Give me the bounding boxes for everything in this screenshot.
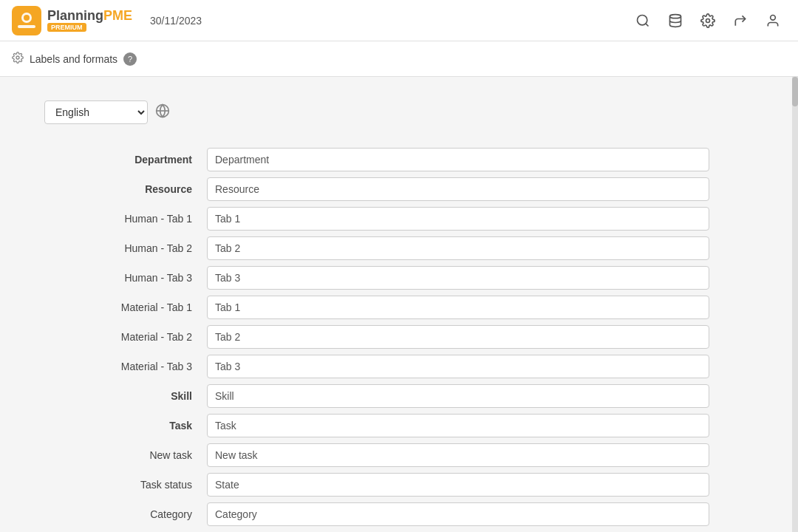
form-row: Task status <box>44 473 754 497</box>
form-input[interactable] <box>207 236 709 260</box>
database-icon <box>668 13 683 28</box>
globe-icon[interactable] <box>155 103 170 122</box>
form-row: Category <box>44 502 754 526</box>
form-input[interactable] <box>207 502 709 526</box>
form-row: Material - Tab 2 <box>44 325 754 349</box>
form-label: Task status <box>44 479 207 491</box>
form-input[interactable] <box>207 207 709 231</box>
main-content: English French Spanish German Department… <box>0 77 798 532</box>
form-row: Skill <box>44 384 754 408</box>
form-label: Human - Tab 2 <box>44 242 207 254</box>
form-row: Resource <box>44 177 754 201</box>
navbar: PlanningPME PREMIUM 30/11/2023 <box>0 0 798 41</box>
svg-line-5 <box>646 23 649 26</box>
user-button[interactable] <box>760 7 786 34</box>
svg-point-9 <box>16 56 19 59</box>
form-label: Material - Tab 1 <box>44 301 207 313</box>
language-select[interactable]: English French Spanish German <box>44 100 148 124</box>
settings-subheader-icon <box>12 52 24 66</box>
form-input[interactable] <box>207 266 709 290</box>
form-label: Human - Tab 1 <box>44 213 207 225</box>
scroll-thumb[interactable] <box>792 77 798 106</box>
form-input[interactable] <box>207 355 709 378</box>
form-input[interactable] <box>207 325 709 349</box>
scrollbar[interactable] <box>792 77 798 532</box>
form-row: Material - Tab 3 <box>44 355 754 378</box>
form-label: Material - Tab 3 <box>44 361 207 372</box>
form-label: Material - Tab 2 <box>44 331 207 343</box>
form-input[interactable] <box>207 473 709 497</box>
brand-badge: PREMIUM <box>47 23 86 32</box>
form-input[interactable] <box>207 384 709 408</box>
form-input[interactable] <box>207 296 709 319</box>
gear-icon <box>700 13 715 28</box>
search-button[interactable] <box>630 7 656 34</box>
share-button[interactable] <box>727 7 754 34</box>
search-icon <box>635 13 650 28</box>
navbar-date: 30/11/2023 <box>150 15 202 27</box>
form-input[interactable] <box>207 414 709 437</box>
subheader: Labels and formats ? <box>0 41 798 77</box>
settings-button[interactable] <box>695 7 721 34</box>
form-label: Task <box>44 420 207 432</box>
svg-point-7 <box>706 18 710 22</box>
form-input[interactable] <box>207 443 709 467</box>
form-label: Skill <box>44 390 207 402</box>
brand-name: PlanningPME <box>47 9 132 24</box>
svg-point-4 <box>638 15 647 24</box>
form-label: Category <box>44 508 207 520</box>
database-button[interactable] <box>662 7 689 34</box>
brand-text: PlanningPME PREMIUM <box>47 9 132 33</box>
form-row: Material - Tab 1 <box>44 296 754 319</box>
navbar-actions <box>630 7 786 34</box>
form-label: New task <box>44 449 207 461</box>
brand-logo <box>12 6 41 35</box>
form-row: New task <box>44 443 754 467</box>
form-row: Department <box>44 148 754 171</box>
subheader-title: Labels and formats <box>30 53 117 65</box>
form-label: Human - Tab 3 <box>44 272 207 284</box>
form-container: DepartmentResourceHuman - Tab 1Human - T… <box>44 148 754 526</box>
language-row: English French Spanish German <box>44 100 754 124</box>
form-row: Human - Tab 3 <box>44 266 754 290</box>
form-row: Human - Tab 2 <box>44 236 754 260</box>
form-row: Task <box>44 414 754 437</box>
form-input[interactable] <box>207 148 709 171</box>
svg-point-8 <box>771 15 776 20</box>
form-label: Department <box>44 154 207 166</box>
user-icon <box>765 13 780 28</box>
form-label: Resource <box>44 183 207 195</box>
form-row: Human - Tab 1 <box>44 207 754 231</box>
brand: PlanningPME PREMIUM <box>12 6 132 35</box>
svg-rect-2 <box>18 25 35 28</box>
form-input[interactable] <box>207 177 709 201</box>
svg-point-3 <box>24 15 30 21</box>
svg-point-6 <box>670 14 681 18</box>
help-icon[interactable]: ? <box>123 52 137 66</box>
share-icon <box>733 13 748 28</box>
